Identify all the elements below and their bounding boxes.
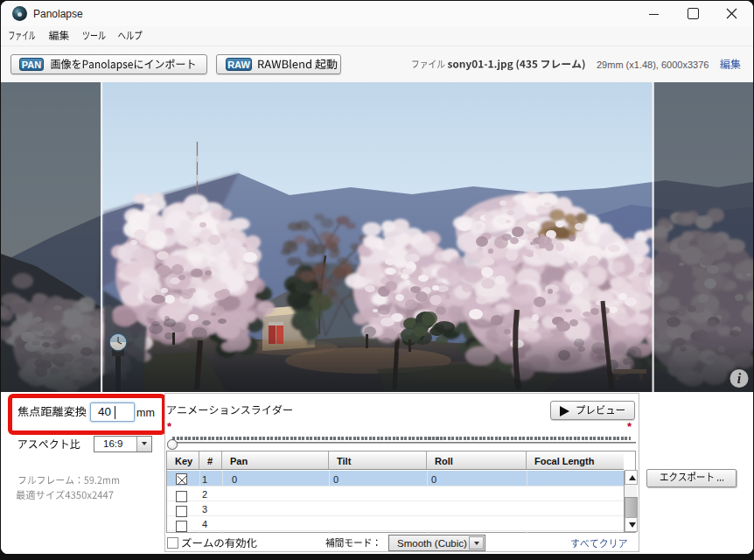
svg-text:i: i (737, 371, 742, 386)
